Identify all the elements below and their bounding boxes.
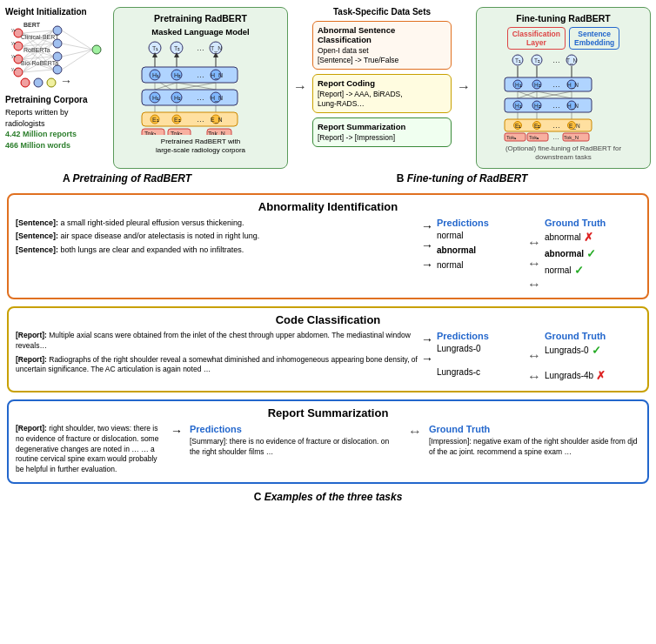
ex3-pred-header: Predictions bbox=[190, 424, 401, 434]
svg-text:…: … bbox=[552, 56, 560, 64]
ex2-pred-1: Lungrads-0 bbox=[437, 344, 524, 353]
ex1-pred-1: normal bbox=[437, 231, 524, 240]
ex1-pred-3: normal bbox=[437, 260, 524, 270]
pretraining-box: Pretraining RadBERT Masked Language Mode… bbox=[113, 7, 288, 169]
ex2-arrows: → → bbox=[421, 331, 433, 366]
ex2-arrow-2: → bbox=[421, 352, 433, 366]
ex3-both: ↔ bbox=[408, 424, 422, 439]
pretraining-transformer-diagram: T₁ T₂ … T_N H₁ H₂ … H_N bbox=[137, 39, 264, 135]
ex1-mark-check-2: ✓ bbox=[586, 247, 596, 260]
ex2-mark-check-1: ✓ bbox=[592, 344, 601, 357]
task-datasets-section: Task-Specific Data Sets Abnormal Sentenc… bbox=[312, 7, 452, 169]
svg-text:Bio-RoBERTa: Bio-RoBERTa bbox=[21, 60, 58, 66]
ex3-arrow-both: ↔ bbox=[405, 424, 425, 439]
svg-point-9 bbox=[53, 39, 62, 48]
svg-line-32 bbox=[62, 50, 92, 70]
ex1-arrows: → → → bbox=[421, 218, 433, 272]
svg-text:…: … bbox=[197, 93, 204, 102]
ex1-arrow-3: → bbox=[421, 258, 433, 272]
ex2-pred-2: Lungrads-c bbox=[437, 367, 524, 377]
svg-text:→: → bbox=[457, 79, 471, 94]
svg-text:Tok₁: Tok₁ bbox=[506, 135, 517, 140]
svg-text:…: … bbox=[552, 80, 560, 89]
pretraining-corpora: Pretraining Corpora Reports written by r… bbox=[5, 95, 110, 151]
svg-text:Tok₁: Tok₁ bbox=[144, 131, 157, 135]
svg-text:…: … bbox=[552, 121, 560, 130]
label-a-text: A Pretraining of RadBERT bbox=[63, 171, 191, 188]
svg-text:…: … bbox=[552, 133, 559, 141]
example-2-columns: [Report]: Multiple axial scans were obta… bbox=[16, 331, 640, 386]
example-box-coding: Code Classification [Report]: Multiple a… bbox=[7, 306, 649, 392]
ex3-gt-header: Ground Truth bbox=[429, 424, 640, 434]
ex1-mark-x-1: ✗ bbox=[584, 231, 593, 244]
svg-text:T₂: T₂ bbox=[174, 45, 180, 51]
ex3-predictions-col: Predictions [Summary]: there is no evide… bbox=[190, 424, 401, 460]
svg-line-61 bbox=[155, 83, 177, 90]
svg-text:Tok_N: Tok_N bbox=[564, 135, 579, 140]
ex1-both-3: ↔ bbox=[527, 277, 541, 292]
ex1-pred-2: abnormal bbox=[437, 245, 524, 255]
svg-text:BERT: BERT bbox=[23, 22, 41, 28]
middle-arrow: → bbox=[291, 7, 309, 169]
ex1-mark-check-3: ✓ bbox=[574, 264, 584, 277]
corpora-line1: Reports written by bbox=[5, 107, 110, 118]
ex2-both-1: ↔ bbox=[527, 348, 541, 364]
svg-text:→: → bbox=[293, 79, 307, 94]
task-coding-title: Report Coding bbox=[318, 78, 446, 88]
svg-text:Tok₂: Tok₂ bbox=[171, 131, 183, 135]
svg-text:H_N: H_N bbox=[567, 103, 579, 110]
example-box-summarization: Report Summarization [Report]: right sho… bbox=[7, 399, 649, 484]
ex1-sentence-3: [Sentence]: both lungs are clear and exp… bbox=[16, 245, 418, 257]
ex1-predictions: Predictions normal abnormal normal bbox=[437, 218, 524, 275]
svg-point-38 bbox=[34, 78, 43, 87]
label-a: A Pretraining of RadBERT bbox=[5, 172, 249, 184]
ex2-reports: [Report]: Multiple axial scans were obta… bbox=[16, 331, 418, 378]
task-box-coding: Report Coding [Report] -> AAA, BiRADS,Lu… bbox=[312, 74, 452, 113]
ex3-arrow-right: → bbox=[167, 424, 186, 438]
svg-text:E₂: E₂ bbox=[534, 123, 540, 129]
ex1-sentence-1: [Sentence]: a small right-sided pleural … bbox=[16, 218, 418, 230]
svg-text:E₂: E₂ bbox=[174, 117, 181, 123]
svg-point-11 bbox=[53, 65, 62, 74]
task-box-abnormal: Abnormal Sentence Classification Open-I … bbox=[312, 21, 452, 70]
svg-point-39 bbox=[47, 78, 56, 87]
svg-text:T_N: T_N bbox=[211, 45, 222, 52]
svg-text:…: … bbox=[552, 101, 560, 110]
svg-text:H₁: H₁ bbox=[152, 95, 159, 101]
task-box-summary: Report Summarization [Report] -> [Impres… bbox=[312, 117, 452, 147]
corpora-line3: 4.42 Million reports bbox=[5, 129, 110, 140]
ex2-gt-1: Lungrads-0 ✓ bbox=[545, 344, 640, 357]
finetuning-box: Fine-tuning RadBERT ClassificationLayer … bbox=[476, 7, 651, 169]
task-abnormal-body: Open-I data set[Sentence] -> True/False bbox=[318, 46, 446, 65]
svg-text:H₂: H₂ bbox=[534, 103, 541, 109]
svg-text:…: … bbox=[197, 129, 204, 135]
corpora-title: Pretraining Corpora bbox=[5, 95, 110, 104]
ex2-pred-header: Predictions bbox=[437, 331, 524, 341]
examples-area: Abnormality Identification [Sentence]: a… bbox=[0, 190, 656, 510]
ex1-gt-3: normal ✓ bbox=[545, 264, 640, 277]
ex3-pred-text: [Summary]: there is no evidence of fract… bbox=[190, 437, 401, 458]
ex1-gt-1: abnormal ✗ bbox=[545, 231, 640, 244]
label-b-text: B Fine-tuning of RadBERT bbox=[397, 171, 527, 188]
ex3-report-text: [Report]: right shoulder, two views: the… bbox=[16, 424, 164, 475]
task-datasets-title: Task-Specific Data Sets bbox=[312, 7, 452, 17]
ex1-gt-header: Ground Truth bbox=[545, 218, 640, 228]
svg-text:H₁: H₁ bbox=[515, 82, 522, 88]
svg-text:E_N: E_N bbox=[211, 117, 223, 124]
svg-text:Clinical-BERT: Clinical-BERT bbox=[21, 34, 59, 40]
svg-text:H₂: H₂ bbox=[174, 95, 181, 101]
ex1-arrow-1: → bbox=[421, 219, 433, 233]
svg-text:H_N: H_N bbox=[211, 95, 223, 102]
svg-text:E₁: E₁ bbox=[152, 117, 159, 123]
task-summary-body: [Report] -> [Impression] bbox=[318, 133, 446, 143]
label-c: C Examples of the three tasks bbox=[7, 491, 649, 503]
svg-text:…: … bbox=[197, 70, 204, 79]
ex2-report-2: [Report]: Radiographs of the right shoul… bbox=[16, 355, 418, 376]
svg-point-37 bbox=[21, 78, 30, 87]
arrow-icon: → bbox=[293, 79, 307, 97]
svg-text:→: → bbox=[60, 74, 72, 88]
pretraining-box-title: Pretraining RadBERT bbox=[119, 13, 282, 23]
svg-text:T₂: T₂ bbox=[534, 57, 540, 64]
weight-init-title: Weight Initialization bbox=[5, 7, 110, 17]
svg-text:T₁: T₁ bbox=[152, 45, 158, 51]
